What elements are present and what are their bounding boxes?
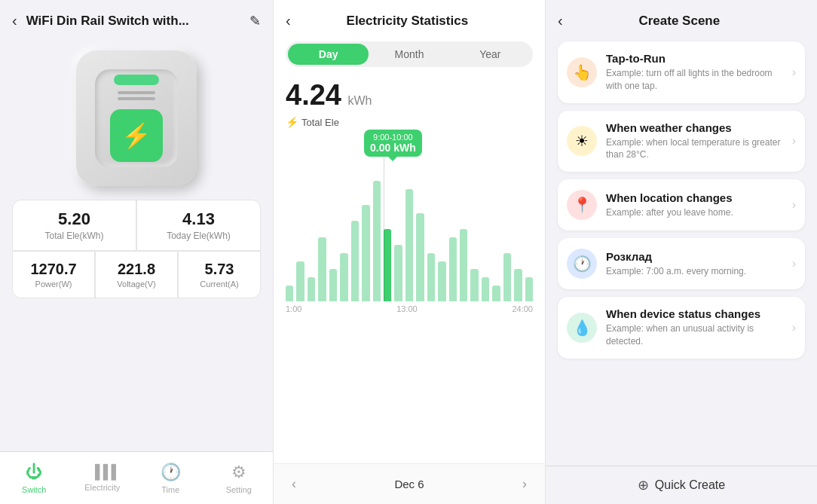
electricity-top-bar: ‹ Electricity Statistics (274, 0, 545, 35)
tab-day[interactable]: Day (288, 44, 369, 65)
chart-bar[interactable] (351, 221, 359, 301)
scene-title: Create Scene (572, 14, 787, 29)
scene-back-icon[interactable]: ‹ (558, 12, 563, 29)
quick-create-button[interactable]: ⊕ Quick Create (546, 466, 817, 504)
chart-bar[interactable] (296, 261, 304, 301)
chart-bar[interactable] (525, 277, 533, 301)
scene-text: When weather changesExample: when local … (606, 121, 786, 162)
device-edit-icon[interactable]: ✎ (249, 13, 261, 29)
device-line (118, 91, 155, 94)
device-back-icon[interactable]: ‹ (12, 12, 17, 29)
kwh-unit: kWh (347, 94, 372, 107)
device-line (118, 97, 155, 100)
chart-x-labels: 1:00 13:00 24:00 (286, 301, 533, 316)
scene-text: When location changesExample: after you … (606, 191, 786, 219)
scene-item[interactable]: ☀When weather changesExample: when local… (558, 111, 805, 173)
nav-setting-label: Setting (226, 485, 252, 494)
tab-year[interactable]: Year (450, 44, 531, 65)
scene-item-desc: Example: turn off all lights in the bedr… (606, 67, 786, 93)
chart-bar[interactable] (460, 229, 467, 301)
stat-power: 1270.7 Power(W) (12, 251, 95, 298)
tooltip-time: 9:00-10:00 (370, 133, 416, 142)
chart-bar[interactable] (286, 286, 293, 301)
bottom-nav: ⏻ Switch ▐▐▐ Electricity 🕐 Time ⚙ Settin… (0, 451, 273, 504)
nav-setting[interactable]: ⚙ Setting (205, 463, 274, 494)
clock-icon: 🕐 (161, 463, 181, 482)
electricity-title: Electricity Statistics (300, 14, 515, 29)
lightning-icon: ⚡ (121, 121, 151, 150)
scene-item[interactable]: 👆Tap-to-RunExample: turn off all lights … (558, 41, 805, 103)
scene-item[interactable]: 🕐РозкладExample: 7:00 a.m. every morning… (558, 238, 805, 289)
nav-switch-label: Switch (22, 485, 46, 494)
stat-voltage-value: 221.8 (118, 261, 155, 278)
chart-bar[interactable] (394, 245, 402, 301)
nav-electricity[interactable]: ▐▐▐ Electricity (69, 464, 137, 492)
chart-icon: ▐▐▐ (90, 464, 115, 480)
scene-list: 👆Tap-to-RunExample: turn off all lights … (546, 35, 817, 466)
nav-time[interactable]: 🕐 Time (136, 463, 205, 494)
scene-item-desc: Example: 7:00 a.m. every morning. (606, 265, 786, 278)
stat-power-label: Power(W) (35, 279, 72, 289)
chevron-right-icon: › (792, 198, 796, 212)
scene-icon-wrap: 👆 (567, 57, 597, 87)
device-screen (114, 75, 159, 85)
chart-bar[interactable] (449, 237, 457, 301)
chart-bar[interactable] (362, 205, 369, 301)
chart-bar[interactable] (329, 269, 337, 301)
stat-today-ele: 4.13 Today Ele(kWh) (136, 200, 261, 251)
stat-total-ele: 5.20 Total Ele(kWh) (12, 200, 136, 251)
scene-item-title: Розклад (606, 250, 786, 263)
chart-bar[interactable] (470, 269, 478, 301)
chart-bar[interactable] (482, 277, 489, 301)
kwh-display: 4.24 kWh (274, 73, 545, 115)
stat-current-label: Current(A) (200, 279, 238, 289)
chart-bar[interactable] (308, 277, 315, 301)
chart-bar[interactable] (427, 253, 435, 301)
date-nav: ‹ Dec 6 › (274, 463, 545, 504)
scene-item-desc: Example: after you leave home. (606, 206, 786, 219)
scene-item[interactable]: 📍When location changesExample: after you… (558, 179, 805, 231)
stat-total-ele-label: Total Ele(kWh) (44, 231, 103, 241)
chevron-right-icon: › (792, 321, 796, 334)
nav-electricity-label: Electricity (84, 483, 120, 492)
scene-item[interactable]: 💧When device status changesExample: when… (558, 297, 805, 359)
date-next-button[interactable]: › (516, 473, 533, 495)
stat-today-ele-value: 4.13 (182, 209, 215, 229)
chart-bar[interactable] (405, 189, 413, 301)
date-prev-button[interactable]: ‹ (286, 473, 302, 495)
scene-icon-wrap: 🕐 (567, 249, 597, 279)
chart-bar[interactable] (373, 181, 381, 301)
electricity-back-icon[interactable]: ‹ (286, 12, 291, 29)
chevron-right-icon: › (792, 66, 796, 79)
device-image: ⚡ (76, 50, 197, 186)
chart-bar[interactable] (384, 229, 391, 301)
scene-text: РозкладExample: 7:00 a.m. every morning. (606, 250, 786, 278)
quick-create-label: Quick Create (655, 478, 725, 492)
device-top-bar: ‹ WiFi Din Rail Switch with... ✎ (0, 0, 273, 35)
x-label-start: 1:00 (286, 304, 301, 313)
scene-icon-wrap: ☀ (567, 126, 597, 156)
scene-item-title: When device status changes (606, 307, 786, 320)
tab-switcher: Day Month Year (286, 41, 533, 67)
chart-container: 9:00-10:00 0.00 kWh 1:00 13:00 24:00 (274, 130, 545, 463)
chart-bar[interactable] (340, 253, 347, 301)
panel-electricity: ‹ Electricity Statistics Day Month Year … (273, 0, 546, 504)
chart-tooltip: 9:00-10:00 0.00 kWh (364, 130, 422, 157)
stat-voltage-label: Voltage(V) (117, 279, 155, 289)
nav-switch[interactable]: ⏻ Switch (0, 463, 69, 494)
chart-bar[interactable] (438, 261, 445, 301)
tooltip-value: 0.00 kWh (370, 142, 416, 154)
scene-item-desc: Example: when local temperature is great… (606, 136, 786, 162)
chart-bar[interactable] (514, 269, 522, 301)
chart-bar[interactable] (318, 237, 326, 301)
total-ele-text: Total Ele (301, 117, 339, 128)
chart-bar[interactable] (416, 213, 424, 301)
tab-month[interactable]: Month (369, 44, 449, 65)
device-image-container: ⚡ (0, 35, 273, 194)
chart-bar[interactable] (492, 286, 500, 301)
stats-grid: 5.20 Total Ele(kWh) 4.13 Today Ele(kWh) (0, 200, 273, 251)
stat-current: 5.73 Current(A) (178, 251, 261, 298)
stats-grid2: 1270.7 Power(W) 221.8 Voltage(V) 5.73 Cu… (0, 251, 273, 298)
vertical-indicator (384, 136, 384, 301)
chart-bar[interactable] (503, 253, 511, 301)
